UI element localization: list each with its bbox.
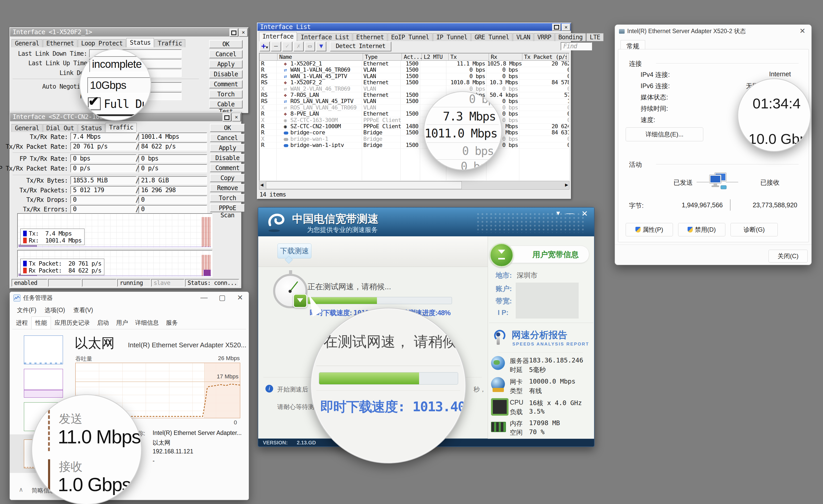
tx-value[interactable]: 0 p/s <box>70 164 136 172</box>
dialog-button[interactable]: Apply <box>210 144 245 152</box>
tab-general[interactable]: General <box>12 39 42 47</box>
titlebar[interactable]: Intel(R) Ethernet Server Adapter X520-2 … <box>619 27 746 35</box>
table-row[interactable]: R ❖ 1-X520F2_1 Ethernet 1500 11.1 Mbps 1… <box>260 61 569 67</box>
dialog-button[interactable]: Cancel <box>210 134 245 142</box>
tab-ethernet[interactable]: Ethernet <box>43 39 77 47</box>
minimize-icon[interactable]: — <box>566 209 573 217</box>
table-header[interactable]: Name Type Act... L2 MTU Tx Rx Tx Packet … <box>260 53 569 61</box>
detect-internet-button[interactable]: Detect Internet <box>330 42 391 51</box>
tx-value[interactable]: 0 bps <box>70 154 136 163</box>
column-menu-icon[interactable]: ▼ <box>567 53 569 61</box>
add-icon[interactable]: +▼ <box>260 42 270 51</box>
tab-dial-out[interactable]: Dial Out <box>43 124 77 132</box>
tab-ip-tunnel[interactable]: IP Tunnel <box>433 33 471 41</box>
dialog-button[interactable]: Disable <box>210 154 245 162</box>
titlebar[interactable]: 任务管理器 <box>13 294 53 302</box>
tx-value[interactable]: 5 012 179 <box>70 186 136 194</box>
tab-startup[interactable]: 启动 <box>94 317 113 329</box>
titlebar[interactable]: 中国电信宽带测速 为您提供专业的测速服务 ▼ — ✕ <box>258 207 594 236</box>
dialog-button[interactable]: Cancel <box>209 50 242 58</box>
table-row[interactable]: X ◉ SZ-CTC-163-300M PPPoE Client 0 bps 0 <box>260 117 569 124</box>
tab-traffic[interactable]: Traffic <box>106 123 136 132</box>
col-rx[interactable]: Rx <box>489 53 522 61</box>
table-row[interactable]: X ●● bridge-wan-1 Bridge 0 bps 0 <box>260 136 569 142</box>
diagnose-button[interactable]: 诊断(G) <box>730 223 778 236</box>
sidebar-item-cpu[interactable] <box>24 335 63 364</box>
maximize-icon[interactable] <box>222 113 231 122</box>
tab-app-history[interactable]: 应用历史记录 <box>51 317 94 329</box>
dialog-button[interactable]: Comment <box>210 164 245 172</box>
tx-value[interactable]: 1853.5 MiB <box>70 176 136 184</box>
dialog-button[interactable]: PPPoE Scan <box>210 204 245 212</box>
table-row[interactable]: R ●● bridge-wan-1-iptv Bridge 1500 0 bps… <box>260 142 569 149</box>
rx-value[interactable]: 0 <box>139 205 207 213</box>
table-row[interactable]: X ⇄ ROS_LAN_VLAN_46_TR069 VLAN 0 bps 0 b… <box>260 105 569 111</box>
menu-view[interactable]: 查看(V) <box>70 304 97 316</box>
comment-icon[interactable]: ▭ <box>305 42 315 51</box>
tx-value[interactable]: 0 <box>70 195 136 204</box>
disable-icon[interactable]: ✗ <box>294 42 304 51</box>
rx-value[interactable]: 21.8 GiB <box>139 176 207 184</box>
tab-interface-list[interactable]: Interface List <box>297 33 352 41</box>
minimize-icon[interactable]: — <box>200 293 208 302</box>
tab-users[interactable]: 用户 <box>113 317 132 329</box>
tab-download-test[interactable]: 下载测速 <box>278 243 311 259</box>
close-icon[interactable]: ✕ <box>797 27 808 35</box>
dialog-button[interactable]: Remove <box>210 184 245 192</box>
rx-value[interactable]: 0 p/s <box>139 164 207 172</box>
close-icon[interactable]: ✕ <box>562 24 570 31</box>
dialog-button[interactable]: OK <box>209 40 242 48</box>
maximize-icon[interactable] <box>552 24 561 31</box>
tab-status[interactable]: Status <box>78 124 105 132</box>
rx-value[interactable]: 16 296 298 <box>139 186 207 194</box>
tab-vrrp[interactable]: VRRP <box>534 33 554 41</box>
table-row[interactable]: RS ❖ 1-X520F2_2 Ethernet 1500 1010.8 Mbp… <box>260 79 569 86</box>
filter-icon[interactable]: ▼ <box>316 42 326 51</box>
tab-loop-protect[interactable]: Loop Protect <box>78 39 126 47</box>
tab-traffic[interactable]: Traffic <box>154 39 185 47</box>
dialog-button[interactable]: Apply <box>209 60 242 68</box>
table-row[interactable]: R ◉ SZ-CTC-CN2-1000M PPPoE Client 1480 7… <box>260 123 569 130</box>
dialog-button[interactable]: Torch <box>209 90 242 99</box>
tab-processes[interactable]: 进程 <box>12 317 31 329</box>
col-tx[interactable]: Tx <box>449 53 489 61</box>
menu-options[interactable]: 选项(O) <box>41 304 68 316</box>
properties-button[interactable]: 属性(P) <box>626 223 673 236</box>
tab-eoip-tunnel[interactable]: EoIP Tunnel <box>388 33 433 41</box>
tx-value[interactable]: 0 <box>70 205 136 213</box>
tab-general[interactable]: General <box>12 124 42 132</box>
tab-lte[interactable]: LTE <box>586 33 603 41</box>
maximize-icon[interactable]: ▢ <box>219 293 225 302</box>
dialog-button[interactable]: Cable Test <box>209 100 242 109</box>
tx-value[interactable]: 7.4 Mbps <box>70 133 136 141</box>
close-button[interactable]: 关闭(C) <box>769 250 808 263</box>
col-tx-packet[interactable]: Tx Packet (p/s) <box>522 53 567 61</box>
table-row[interactable]: X ⇄ WAN_2-VLAN_46_TR069 VLAN 0 bps 0 bps… <box>260 86 569 92</box>
dialog-button[interactable]: Comment <box>209 80 242 89</box>
close-icon[interactable]: ✕ <box>582 209 588 218</box>
find-input[interactable]: Find <box>561 42 592 50</box>
table-row[interactable]: RS ⇄ ROS_LAN_VLAN_45_IPTV VLAN 1500 0 bp… <box>260 98 569 105</box>
tab-ethernet[interactable]: Ethernet <box>353 33 387 41</box>
maximize-icon[interactable] <box>229 28 238 37</box>
col-l2mtu[interactable]: L2 MTU <box>422 53 449 61</box>
table-row[interactable]: R ●● bridge-core Bridge 1500 1011.0 Mbps… <box>260 130 569 136</box>
rx-value[interactable]: 84 622 p/s <box>139 142 207 151</box>
chevron-up-icon[interactable]: ∧ <box>19 486 23 493</box>
dialog-button[interactable]: Torch <box>210 194 245 202</box>
tab-status[interactable]: Status <box>126 38 154 47</box>
table-row[interactable]: R ❖ 8-PVE_LAN Ethernet 1500 0 bps 0 <box>260 111 569 117</box>
titlebar[interactable]: Interface <1-X520F2_1> <box>10 28 248 36</box>
tab-performance[interactable]: 性能 <box>31 317 51 329</box>
col-type[interactable]: Type <box>363 53 402 61</box>
tab-gre-tunnel[interactable]: GRE Tunnel <box>471 33 513 41</box>
enable-icon[interactable]: ✓ <box>282 42 292 51</box>
col-name[interactable]: Name <box>278 53 363 61</box>
dialog-button[interactable]: Copy <box>210 174 245 182</box>
table-row[interactable]: RS ⇄ WAN_1-VLAN_45_IPTV VLAN 1500 0 bps … <box>260 73 569 79</box>
user-broadband-info-button[interactable]: 用户宽带信息 <box>504 245 589 263</box>
dialog-button[interactable]: OK <box>210 124 245 132</box>
remove-icon[interactable]: — <box>271 42 281 51</box>
scroll-left-icon[interactable]: ◀ <box>260 182 264 188</box>
horizontal-scrollbar[interactable]: ◀ ▶ <box>259 181 569 190</box>
